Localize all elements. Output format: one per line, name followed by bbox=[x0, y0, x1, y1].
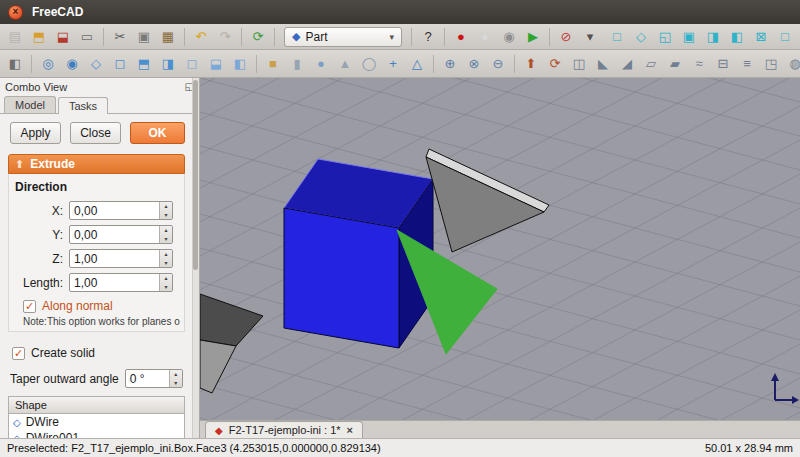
measure-box-icon[interactable]: □ bbox=[774, 26, 796, 47]
part-box-icon[interactable]: ■ bbox=[262, 53, 284, 74]
loft-tool-icon[interactable]: ▰ bbox=[664, 53, 686, 74]
macro-record-icon[interactable]: ● bbox=[450, 26, 472, 47]
sweep-tool-icon[interactable]: ≈ bbox=[688, 53, 710, 74]
z-spin-down[interactable]: ▾ bbox=[160, 259, 172, 268]
fit-selection-icon[interactable]: ◉ bbox=[61, 53, 83, 74]
length-spin-up[interactable]: ▴ bbox=[160, 274, 172, 283]
viewport-canvas[interactable] bbox=[200, 78, 800, 420]
fit-all-icon[interactable]: ◎ bbox=[37, 53, 59, 74]
chamfer-tool-icon[interactable]: ◢ bbox=[616, 53, 638, 74]
z-value: 1,00 bbox=[70, 250, 159, 267]
redo-icon[interactable]: ↷ bbox=[214, 26, 236, 47]
ok-button[interactable]: OK bbox=[130, 122, 185, 144]
part-cone-icon[interactable]: ▲ bbox=[334, 53, 356, 74]
y-spinbox[interactable]: 0,00 ▴ ▾ bbox=[69, 225, 173, 244]
undo-icon[interactable]: ↶ bbox=[190, 26, 212, 47]
window-close-button[interactable]: × bbox=[8, 5, 23, 20]
dwire-icon: ◇ bbox=[13, 433, 21, 439]
whats-this-icon[interactable]: ? bbox=[417, 26, 439, 47]
shape-list[interactable]: ◇DWire◇DWire001◇DWire002 bbox=[8, 414, 185, 438]
thickness-tool-icon[interactable]: ◍ bbox=[784, 53, 800, 74]
cut-icon[interactable]: ✂ bbox=[109, 26, 131, 47]
apply-button[interactable]: Apply bbox=[10, 122, 61, 144]
shape-list-item[interactable]: ◇DWire bbox=[9, 414, 184, 430]
search-disabled-icon[interactable]: ⊘ bbox=[555, 26, 577, 47]
toolbar-separator bbox=[184, 28, 185, 46]
extrude-tool-icon[interactable]: ⬆ bbox=[520, 53, 542, 74]
along-normal-checkbox[interactable]: ✓ bbox=[23, 300, 36, 313]
shape-builder-icon[interactable]: △ bbox=[406, 53, 428, 74]
measure-linear-icon[interactable]: □ bbox=[606, 26, 628, 47]
taper-spin-up[interactable]: ▴ bbox=[170, 370, 182, 379]
measure-toggle-delta-icon[interactable]: ◧ bbox=[726, 26, 748, 47]
shape-list-item[interactable]: ◇DWire001 bbox=[9, 430, 184, 438]
section-tool-icon[interactable]: ⊟ bbox=[712, 53, 734, 74]
mirror-tool-icon[interactable]: ◫ bbox=[568, 53, 590, 74]
bottom-view-icon[interactable]: ⬓ bbox=[205, 53, 227, 74]
front-view-icon[interactable]: ◻ bbox=[109, 53, 131, 74]
ruled-surface-icon[interactable]: ▱ bbox=[640, 53, 662, 74]
part-sphere-icon[interactable]: ● bbox=[310, 53, 332, 74]
titlebar[interactable]: × FreeCAD bbox=[0, 0, 800, 24]
macro-stop-icon[interactable]: ● bbox=[474, 26, 496, 47]
refresh-icon[interactable]: ⟳ bbox=[247, 26, 269, 47]
part-torus-icon[interactable]: ◯ bbox=[358, 53, 380, 74]
tab-tasks[interactable]: Tasks bbox=[58, 97, 108, 114]
x-spinbox[interactable]: 0,00 ▴ ▾ bbox=[69, 201, 173, 220]
document-tab[interactable]: ◆ F2-T17-ejemplo-ini : 1* × bbox=[205, 421, 363, 438]
y-spin-up[interactable]: ▴ bbox=[160, 226, 172, 235]
field-row-z: Z: 1,00 ▴ ▾ bbox=[13, 249, 180, 268]
revolve-tool-icon[interactable]: ⟳ bbox=[544, 53, 566, 74]
new-document-icon[interactable]: ▤ bbox=[4, 26, 26, 47]
top-view-icon[interactable]: ⬒ bbox=[133, 53, 155, 74]
macro-edit-icon[interactable]: ◉ bbox=[498, 26, 520, 47]
create-primitives-icon[interactable]: + bbox=[382, 53, 404, 74]
close-button[interactable]: Close bbox=[70, 122, 121, 144]
panel-scrollbar[interactable] bbox=[192, 78, 199, 438]
draw-style-icon[interactable]: ◧ bbox=[4, 53, 26, 74]
fillet-tool-icon[interactable]: ◣ bbox=[592, 53, 614, 74]
workbench-label: Part bbox=[305, 30, 327, 44]
measure-angular-icon[interactable]: ◇ bbox=[630, 26, 652, 47]
dropdown-arrow-icon[interactable]: ▾ bbox=[579, 26, 601, 47]
x-spin-up[interactable]: ▴ bbox=[160, 202, 172, 211]
boolean-cut-icon[interactable]: ⊖ bbox=[487, 53, 509, 74]
taper-label: Taper outward angle bbox=[10, 372, 119, 386]
shape-list-header[interactable]: Shape bbox=[8, 396, 185, 414]
cross-sections-icon[interactable]: ≡ bbox=[736, 53, 758, 74]
y-spin-down[interactable]: ▾ bbox=[160, 235, 172, 244]
workbench-selector[interactable]: ◆ Part ▾ bbox=[284, 27, 402, 47]
measure-refresh-icon[interactable]: ◱ bbox=[654, 26, 676, 47]
taper-spin-down[interactable]: ▾ bbox=[170, 379, 182, 388]
extrude-task-header[interactable]: ⬆ Extrude bbox=[8, 154, 185, 174]
part-cylinder-icon[interactable]: ▮ bbox=[286, 53, 308, 74]
length-spinbox[interactable]: 1,00 ▴ ▾ bbox=[69, 273, 173, 292]
boolean-union-icon[interactable]: ⊕ bbox=[439, 53, 461, 74]
macro-execute-icon[interactable]: ▶ bbox=[522, 26, 544, 47]
x-spin-down[interactable]: ▾ bbox=[160, 211, 172, 220]
z-spin-up[interactable]: ▴ bbox=[160, 250, 172, 259]
measure-toggle-all-icon[interactable]: ▣ bbox=[678, 26, 700, 47]
right-view-icon[interactable]: ◨ bbox=[157, 53, 179, 74]
combo-view-title: Combo View bbox=[5, 81, 67, 93]
taper-spinbox[interactable]: 0 ° ▴ ▾ bbox=[125, 369, 183, 388]
shape-item-label: DWire bbox=[26, 415, 59, 429]
copy-icon[interactable]: ▣ bbox=[133, 26, 155, 47]
measure-toggle-3d-icon[interactable]: ◨ bbox=[702, 26, 724, 47]
axonometric-view-icon[interactable]: ◇ bbox=[85, 53, 107, 74]
length-spin-down[interactable]: ▾ bbox=[160, 283, 172, 292]
open-document-icon[interactable]: ⬒ bbox=[28, 26, 50, 47]
print-icon[interactable]: ▭ bbox=[76, 26, 98, 47]
save-document-icon[interactable]: ⬓ bbox=[52, 26, 74, 47]
paste-icon[interactable]: ▦ bbox=[157, 26, 179, 47]
boolean-common-icon[interactable]: ⊗ bbox=[463, 53, 485, 74]
measure-clear-icon[interactable]: ⊠ bbox=[750, 26, 772, 47]
rear-view-icon[interactable]: ◻ bbox=[181, 53, 203, 74]
tab-model[interactable]: Model bbox=[4, 96, 56, 113]
z-spinbox[interactable]: 1,00 ▴ ▾ bbox=[69, 249, 173, 268]
offset-tool-icon[interactable]: ◳ bbox=[760, 53, 782, 74]
document-tab-close-icon[interactable]: × bbox=[347, 424, 353, 436]
panel-scrollbar-thumb[interactable] bbox=[193, 80, 198, 270]
left-view-icon[interactable]: ◧ bbox=[229, 53, 251, 74]
create-solid-checkbox[interactable]: ✓ bbox=[12, 347, 25, 360]
